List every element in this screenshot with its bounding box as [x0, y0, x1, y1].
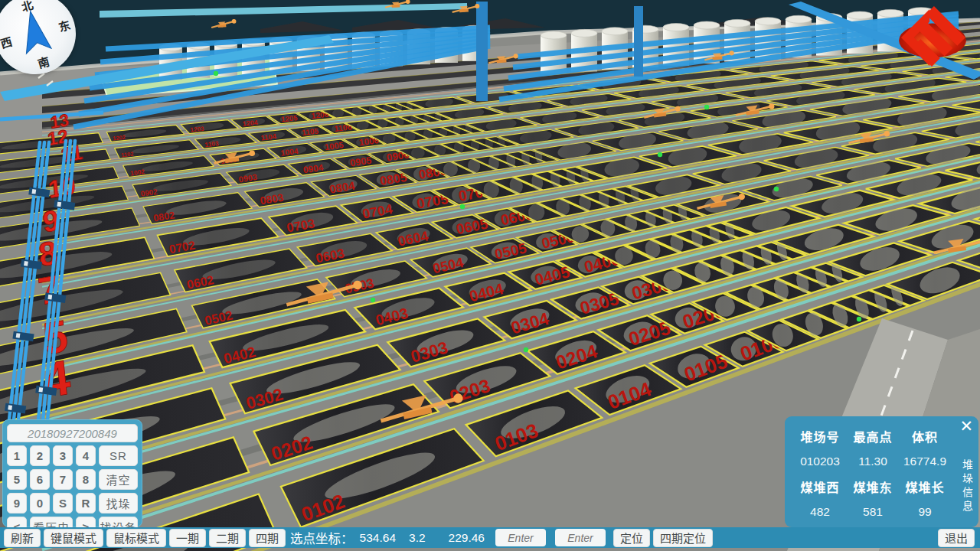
find-pile-button[interactable]: 找垛 — [99, 493, 138, 514]
pile-length-header: 煤堆长 — [898, 474, 952, 498]
status-dot — [774, 187, 779, 191]
pile-id-label: 1102 — [121, 151, 134, 159]
key-8[interactable]: 8 — [76, 469, 96, 490]
yard-no-header: 堆场号 — [792, 424, 848, 448]
status-dot — [214, 71, 218, 76]
coord-label: 选点坐标： — [290, 529, 354, 547]
pile-id-label: 1204 — [242, 119, 258, 128]
phase4-locate-button[interactable]: 四期定位 — [653, 529, 713, 547]
phase1-button[interactable]: 一期 — [169, 529, 206, 547]
volume-value: 16774.9 — [898, 449, 952, 473]
phase2-button[interactable]: 二期 — [209, 529, 246, 547]
key-4[interactable]: 4 — [76, 445, 96, 466]
compass-arrow-icon — [13, 6, 57, 60]
mouse-mode-button[interactable]: 鼠标模式 — [106, 529, 166, 547]
pile-search-panel: 1 2 3 4 SR 5 6 7 8 清空 9 0 S R 找垛 < 看历史 >… — [2, 419, 142, 527]
coord-z-value: 229.46 — [449, 531, 485, 545]
pile-west-value: 482 — [792, 500, 848, 523]
key-6[interactable]: 6 — [30, 469, 50, 490]
status-dot — [857, 317, 861, 321]
bottom-toolbar: 刷新 键鼠模式 鼠标模式 一期 二期 四期 选点坐标： 534.64 3.2 2… — [0, 527, 980, 548]
pile-info-panel: ✕ 堆场号 最高点 体积 010203 11.30 16774.9 煤堆西 煤堆… — [785, 416, 978, 527]
status-dot — [371, 298, 375, 302]
pile-id-label: 1205 — [280, 113, 298, 123]
app-window: 1202120312041205120611021103110411051106… — [0, 0, 980, 551]
coord-input-2[interactable] — [555, 529, 606, 546]
yard-no-value: 010203 — [792, 449, 848, 473]
pile-length-value: 99 — [898, 500, 952, 523]
status-dot — [658, 152, 662, 157]
key-s[interactable]: S — [53, 493, 73, 514]
key-5[interactable]: 5 — [7, 469, 27, 490]
key-1[interactable]: 1 — [7, 445, 27, 466]
close-icon[interactable]: ✕ — [959, 417, 973, 435]
company-logo-icon — [891, 6, 974, 70]
pile-id-label: 1103 — [204, 139, 220, 148]
highest-point-header: 最高点 — [848, 424, 898, 448]
coord-input-1[interactable] — [495, 529, 546, 546]
refresh-button[interactable]: 刷新 — [4, 529, 41, 547]
pile-east-value: 581 — [848, 500, 898, 523]
keymouse-mode-button[interactable]: 键鼠模式 — [44, 529, 103, 547]
coord-x-value: 534.64 — [360, 531, 396, 545]
highest-point-value: 11.30 — [848, 449, 898, 473]
key-sr[interactable]: SR — [99, 445, 138, 466]
key-7[interactable]: 7 — [53, 469, 73, 490]
coord-y-value: 3.2 — [409, 531, 426, 545]
status-dot — [704, 105, 709, 109]
pile-west-header: 煤堆西 — [792, 474, 848, 498]
locate-button[interactable]: 定位 — [613, 529, 650, 547]
status-dot — [460, 204, 465, 209]
key-r[interactable]: R — [76, 493, 96, 514]
exit-button[interactable]: 退出 — [938, 529, 975, 547]
status-dot — [524, 347, 528, 352]
key-3[interactable]: 3 — [53, 445, 73, 466]
key-9[interactable]: 9 — [7, 493, 27, 514]
key-0[interactable]: 0 — [30, 493, 50, 514]
clear-button[interactable]: 清空 — [99, 469, 138, 490]
pile-east-header: 煤堆东 — [848, 474, 898, 498]
compass-west-label: 西 — [0, 33, 14, 51]
panel-side-title: 堆垛信息 — [959, 459, 975, 514]
volume-header: 体积 — [898, 424, 952, 448]
timestamp-input[interactable] — [7, 424, 138, 442]
pile-id-label: 1202 — [113, 134, 126, 142]
key-2[interactable]: 2 — [30, 445, 50, 466]
compass-east-label: 东 — [57, 16, 72, 34]
phase4-button[interactable]: 四期 — [249, 529, 286, 547]
